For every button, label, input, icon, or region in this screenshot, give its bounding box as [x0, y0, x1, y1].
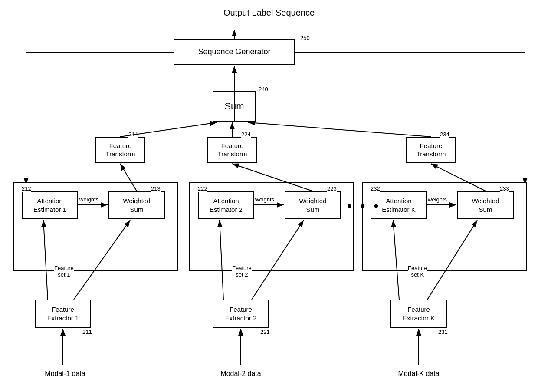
weights-1-label: weights	[79, 196, 98, 203]
ref-234: 234	[440, 131, 449, 138]
feature-set-2-label: Feature set 2	[232, 265, 252, 278]
weighted-sum-2-box: Weighted Sum	[285, 191, 341, 219]
ref-213: 213	[151, 185, 161, 192]
sequence-generator-box: Sequence Generator	[174, 39, 295, 65]
output-label-title: Output Label Sequence	[208, 8, 330, 18]
ref-231: 231	[438, 329, 448, 335]
feature-extractor-1-box: Feature Extractor 1	[35, 300, 91, 328]
weights-k-label: weights	[428, 196, 447, 203]
ref-222: 222	[198, 185, 207, 192]
ref-223: 223	[327, 185, 337, 192]
modal-1-label: Modal-1 data	[37, 370, 93, 378]
feature-transform-2-box: Feature Transform	[207, 137, 257, 163]
modal-2-label: Modal-2 data	[213, 370, 269, 378]
ref-233: 233	[500, 185, 509, 192]
feature-extractor-2-box: Feature Extractor 2	[213, 300, 269, 328]
ref-214: 214	[128, 131, 138, 138]
attention-estimator-1-box: Attention Estimator 1	[22, 191, 78, 219]
ref-232: 232	[371, 185, 380, 192]
svg-line-6	[248, 122, 431, 137]
ref-212: 212	[22, 185, 31, 192]
sum-box: Sum	[213, 91, 256, 122]
feature-extractor-k-box: Feature Extractor K	[390, 300, 447, 328]
attention-estimator-2-box: Attention Estimator 2	[198, 191, 254, 219]
ref-250: 250	[300, 35, 310, 41]
weights-2-label: weights	[255, 196, 274, 203]
feature-transform-1-box: Feature Transform	[95, 137, 145, 163]
weighted-sum-k-box: Weighted Sum	[457, 191, 514, 219]
feature-set-k-label: Feature set K	[408, 265, 427, 278]
feature-transform-k-box: Feature Transform	[406, 137, 456, 163]
weighted-sum-1-box: Weighted Sum	[108, 191, 165, 219]
modal-k-label: Modal-K data	[388, 370, 449, 378]
ref-221: 221	[260, 329, 270, 335]
ref-211: 211	[82, 329, 92, 335]
ref-240: 240	[259, 86, 268, 92]
ellipsis: • • •	[347, 199, 381, 214]
ref-224: 224	[241, 131, 251, 138]
feature-set-1-label: Feature set 1	[54, 265, 74, 278]
diagram: Output Label Sequence Sequence Generator…	[0, 0, 538, 392]
